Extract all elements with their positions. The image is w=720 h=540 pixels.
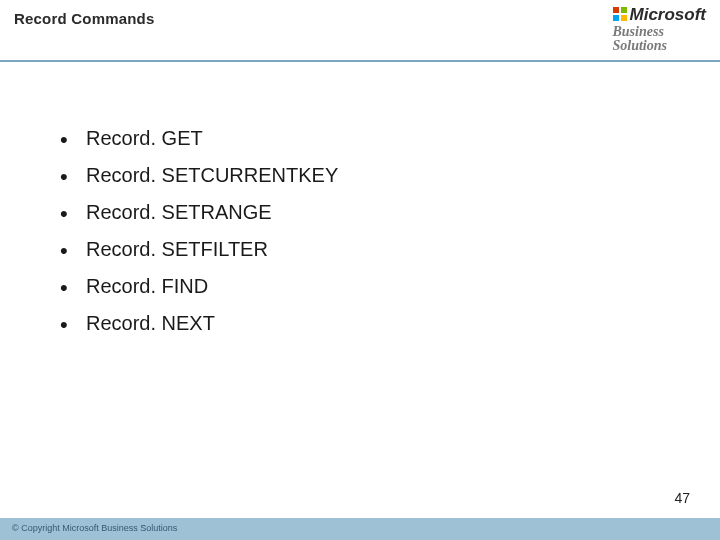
slide-header: Record Commands Microsoft Business Solut… bbox=[0, 0, 720, 62]
page-number: 47 bbox=[674, 490, 690, 506]
list-item: Record. FIND bbox=[60, 268, 660, 305]
list-item: Record. SETCURRENTKEY bbox=[60, 157, 660, 194]
list-item: Record. SETFILTER bbox=[60, 231, 660, 268]
brand-logo: Microsoft Business Solutions bbox=[613, 6, 707, 53]
list-item: Record. GET bbox=[60, 120, 660, 157]
slide-body: Record. GET Record. SETCURRENTKEY Record… bbox=[60, 120, 660, 342]
bullet-list: Record. GET Record. SETCURRENTKEY Record… bbox=[60, 120, 660, 342]
footer-bar: © Copyright Microsoft Business Solutions bbox=[0, 518, 720, 540]
slide-title: Record Commands bbox=[14, 10, 155, 27]
brand-line1: Microsoft bbox=[613, 5, 707, 24]
list-item: Record. SETRANGE bbox=[60, 194, 660, 231]
copyright-text: © Copyright Microsoft Business Solutions bbox=[0, 518, 720, 533]
list-item: Record. NEXT bbox=[60, 305, 660, 342]
brand-line3: Solutions bbox=[613, 39, 707, 53]
brand-line2: Business bbox=[613, 25, 707, 39]
